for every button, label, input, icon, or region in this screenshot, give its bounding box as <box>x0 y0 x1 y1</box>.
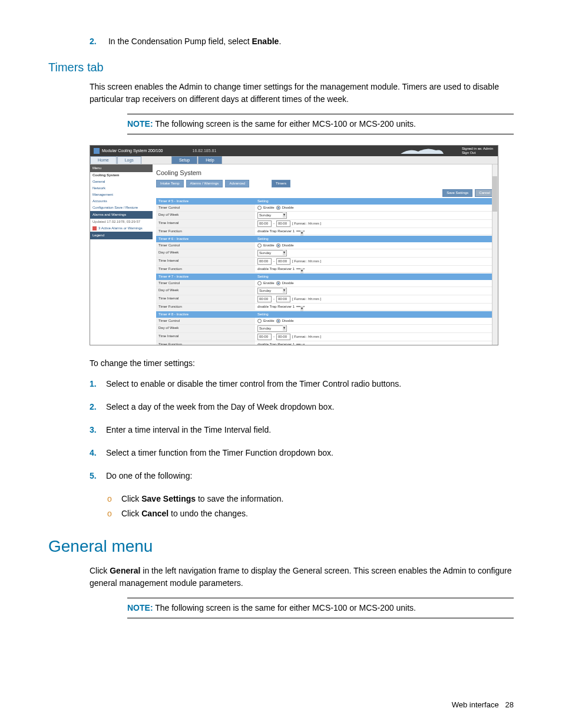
shot-header: Modular Cooling System 200/100 16.82.185… <box>90 146 498 156</box>
time-end-input[interactable]: 00:00 <box>276 296 290 302</box>
day-select[interactable]: Sunday <box>257 325 287 332</box>
func-select[interactable] <box>296 344 305 345</box>
row-label: Day of Week <box>156 287 255 295</box>
time-start-input[interactable]: 00:00 <box>257 220 272 227</box>
timer-header: Timer # 7 - Inactive <box>156 274 255 280</box>
step-number: 5. <box>90 470 106 482</box>
row-label: Time Interval <box>156 333 255 341</box>
step-number: 4. <box>90 447 106 459</box>
day-select[interactable]: Sunday <box>257 212 287 219</box>
scrollbar-thumb[interactable] <box>492 176 497 212</box>
sidebar-network[interactable]: Network <box>90 185 153 192</box>
setting-header: Setting <box>255 274 494 280</box>
row-value: 00:00 - 00:00 [ Format : hh:mm ] <box>255 333 494 341</box>
disable-radio[interactable] <box>276 319 280 323</box>
func-select[interactable] <box>296 268 305 269</box>
note-text: The following screen is the same for eit… <box>155 119 416 129</box>
format-hint: [ Format : hh:mm ] <box>292 259 321 264</box>
setting-header: Setting <box>255 311 494 318</box>
bold-text: General <box>110 566 140 575</box>
disable-radio[interactable] <box>276 206 280 210</box>
func-text: disable Trap Receiver 1 <box>257 266 295 272</box>
updated-text: Updated 17.02.1978, 03:29:57 <box>90 219 153 225</box>
row-value: disable Trap Receiver 1 <box>255 266 494 272</box>
general-menu-heading: General menu <box>48 534 514 559</box>
disable-radio[interactable] <box>276 243 280 248</box>
time-end-input[interactable]: 00:00 <box>276 220 290 227</box>
row-value: 00:00 - 00:00 [ Format : hh:mm ] <box>255 220 494 228</box>
step-text: Select a timer function from the Timer F… <box>106 447 511 459</box>
signed-in-label[interactable]: Signed in as: Admin Sign Out <box>462 147 493 154</box>
timer-header: Timer # 5 - Inactive <box>156 198 255 205</box>
note-text: The following screen is the same for eit… <box>155 603 416 612</box>
func-text: disable Trap Receiver 1 <box>257 342 295 345</box>
subtab-advanced[interactable]: Advanced <box>225 180 249 187</box>
shot-body: Menu Cooling System General Network Mana… <box>90 164 498 345</box>
step-number: 2. <box>90 35 106 48</box>
right-content: Cooling System Intake Temp Alarms / Warn… <box>153 164 498 345</box>
bold-text: Enable <box>252 37 279 46</box>
change-step: 1.Select to enable or disable the timer … <box>90 378 514 390</box>
sidebar-accounts[interactable]: Accounts <box>90 198 153 205</box>
text: in the left navigation frame to display … <box>90 566 511 588</box>
row-label: Timer Control <box>156 280 255 286</box>
sub-steps-list: oClick Save Settings to save the informa… <box>48 493 514 520</box>
timers-tab-heading: Timers tab <box>48 58 514 76</box>
day-select[interactable]: Sunday <box>257 288 287 294</box>
alarms-item[interactable]: 3 Active Alarms or Warnings <box>90 225 153 232</box>
row-value: 00:00 - 00:00 [ Format : hh:mm ] <box>255 295 494 303</box>
text: In the Condensation Pump field, select <box>108 37 252 46</box>
change-step: 2.Select a day of the week from the Day … <box>90 401 514 413</box>
nav-help[interactable]: Help <box>198 156 222 164</box>
row-label: Timer Control <box>156 205 255 211</box>
timer-block: Timer # 8 - InactiveSettingTimer Control… <box>156 311 494 345</box>
disable-radio[interactable] <box>276 281 280 285</box>
ip-address: 16.82.185.81 <box>193 148 217 154</box>
enable-radio[interactable] <box>257 281 262 285</box>
change-steps-list: 1.Select to enable or disable the timer … <box>48 378 514 482</box>
step-text: In the Condensation Pump field, select E… <box>108 35 514 48</box>
step-number: 3. <box>90 424 106 436</box>
time-end-input[interactable]: 00:00 <box>276 258 290 265</box>
text: Click <box>90 566 110 575</box>
row-label: Timer Function <box>156 304 255 310</box>
func-select[interactable] <box>296 230 305 232</box>
sidebar-general[interactable]: General <box>90 179 153 185</box>
time-start-input[interactable]: 00:00 <box>257 296 272 302</box>
row-value: Sunday <box>255 212 494 219</box>
subtab-alarms[interactable]: Alarms / Warnings <box>186 180 223 187</box>
day-select[interactable]: Sunday <box>257 250 287 256</box>
enable-radio[interactable] <box>257 243 262 248</box>
nav-logs[interactable]: Logs <box>117 156 141 164</box>
circle-bullet-icon: o <box>107 508 121 520</box>
enable-radio[interactable] <box>257 206 262 210</box>
time-end-input[interactable]: 00:00 <box>276 334 290 340</box>
enable-radio[interactable] <box>257 319 262 323</box>
row-value: Enable Disable <box>255 242 494 249</box>
save-settings-button[interactable]: Save Settings <box>442 189 472 197</box>
sidebar-management[interactable]: Management <box>90 192 153 198</box>
note-block: NOTE: The following screen is the same f… <box>127 114 514 134</box>
nav-setup[interactable]: Setup <box>171 156 197 164</box>
sidebar-cooling-system[interactable]: Cooling System <box>90 172 153 179</box>
row-label: Day of Week <box>156 212 255 219</box>
row-value: Enable Disable <box>255 280 494 286</box>
row-value: Enable Disable <box>255 205 494 211</box>
time-start-input[interactable]: 00:00 <box>257 334 272 340</box>
step-text: Enter a time interval in the Time Interv… <box>106 424 511 436</box>
scrollbar[interactable] <box>492 164 498 345</box>
time-start-input[interactable]: 00:00 <box>257 258 272 265</box>
timer-block: Timer # 5 - InactiveSettingTimer Control… <box>156 198 494 235</box>
timer-header: Timer # 8 - Inactive <box>156 311 255 318</box>
nav-home[interactable]: Home <box>90 156 117 164</box>
legend-header: Legend <box>90 232 153 239</box>
sub-step: oClick Cancel to undo the changes. <box>107 508 514 520</box>
row-label: Timer Control <box>156 318 255 324</box>
func-select[interactable] <box>296 306 305 307</box>
subtab-intake[interactable]: Intake Temp <box>156 180 184 187</box>
sidebar-config[interactable]: Configuration Save / Restore <box>90 205 153 211</box>
subtab-timers[interactable]: Timers <box>272 180 290 187</box>
row-label: Day of Week <box>156 249 255 257</box>
note-block-general: NOTE: The following screen is the same f… <box>127 598 514 618</box>
func-text: disable Trap Receiver 1 <box>257 229 295 234</box>
